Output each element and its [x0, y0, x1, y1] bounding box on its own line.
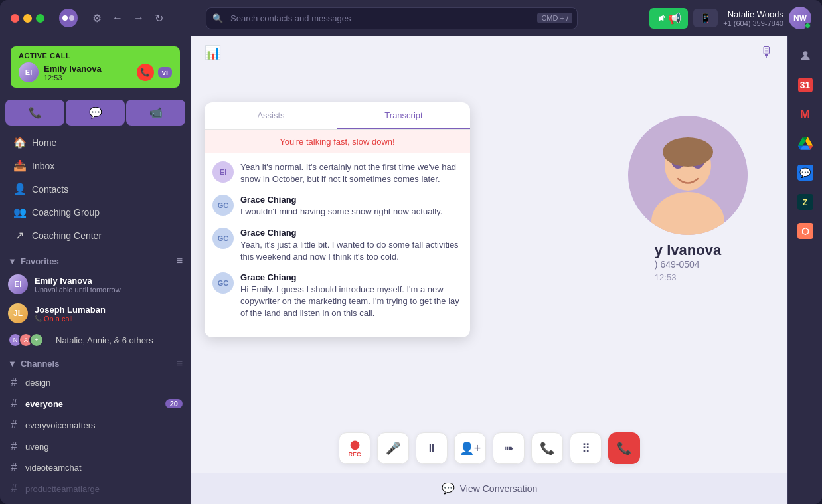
- user-name: Natalie Woods: [723, 9, 783, 19]
- search-shortcut: CMD + /: [537, 13, 572, 23]
- joseph-avatar: JL: [8, 303, 28, 323]
- channel-productteamatlarge-label: productteamatlarge: [25, 484, 183, 494]
- hubspot-sidebar-icon[interactable]: ⬡: [793, 219, 817, 243]
- transcript-message-2: GC Grace Chiang Yeah, it's just a little…: [212, 228, 462, 263]
- nav-inbox-label: Inbox: [32, 161, 54, 171]
- transcript-tabs: Assists Transcript: [205, 102, 470, 130]
- message-button[interactable]: 💬: [66, 100, 125, 126]
- record-button[interactable]: ⬤ REC: [339, 432, 370, 464]
- back-button[interactable]: ←: [110, 9, 125, 27]
- msg-content-3: Grace Chiang Hi Emily. I guess I should …: [240, 272, 462, 320]
- search-input[interactable]: [206, 7, 578, 29]
- add-participant-button[interactable]: 👤+: [454, 432, 486, 464]
- add-participant-icon: 👤+: [459, 441, 481, 456]
- svg-point-2: [69, 15, 74, 21]
- view-conversation-bar[interactable]: 💬 View Conversation: [191, 473, 787, 504]
- nav-coaching-center-label: Coaching Center: [32, 230, 102, 241]
- channel-uveng[interactable]: # uveng: [0, 436, 191, 457]
- tab-transcript[interactable]: Transcript: [337, 102, 470, 129]
- favorite-item-joseph[interactable]: JL Joseph Lumaban 📞 On a call: [0, 299, 191, 328]
- microphone-icon[interactable]: 🎙: [760, 44, 774, 61]
- drive-sidebar-icon[interactable]: [793, 131, 817, 155]
- transfer-icon: ➠: [504, 441, 514, 456]
- calendar-sidebar-icon[interactable]: 31: [793, 73, 817, 97]
- channel-videoteamchat[interactable]: # videoteamchat: [0, 457, 191, 478]
- end-call-button[interactable]: 📞: [608, 432, 640, 464]
- close-button[interactable]: [11, 14, 19, 23]
- nav-coaching-center[interactable]: ↗ Coaching Center: [5, 224, 185, 247]
- more-options-button[interactable]: ⠿: [570, 432, 602, 464]
- msg-text-0: Yeah it's normal. It's certainly not the…: [240, 161, 462, 185]
- msg-text-1: I wouldn't mind having some snow right n…: [240, 206, 462, 218]
- video-call-button[interactable]: 📹: [126, 100, 185, 126]
- announce-button[interactable]: 📢: [649, 8, 688, 29]
- nav-inbox[interactable]: 📥 Inbox: [5, 154, 185, 177]
- msg-text-2: Yeah, it's just a little bit. I wanted t…: [240, 239, 462, 263]
- settings-button[interactable]: ⚙: [90, 9, 104, 27]
- channel-everyvoicematters[interactable]: # everyvoicematters: [0, 414, 191, 436]
- emily-info: Emily Ivanova Unavailable until tomorrow: [35, 276, 183, 294]
- svg-point-0: [59, 9, 78, 27]
- favorites-action-icon[interactable]: ≡: [177, 255, 183, 267]
- view-conversation-label: View Conversation: [460, 483, 537, 494]
- chat-sidebar-icon[interactable]: 💬: [793, 161, 817, 185]
- emily-card: y Ivanova ) 649-0504 12:53: [628, 116, 748, 282]
- favorites-toggle[interactable]: ▼ Favorites: [8, 256, 59, 266]
- channels-action-icon[interactable]: ≡: [177, 357, 183, 369]
- transfer-button[interactable]: ➠: [493, 432, 525, 464]
- favorite-item-emily[interactable]: EI Emily Ivanova Unavailable until tomor…: [0, 270, 191, 299]
- mute-button[interactable]: 🎤: [377, 432, 409, 464]
- minimize-button[interactable]: [23, 14, 32, 23]
- joseph-status: 📞 On a call: [35, 315, 183, 323]
- vi-button[interactable]: vi: [158, 67, 172, 78]
- transcript-overlay: Assists Transcript You're talking fast, …: [205, 102, 470, 337]
- phone-device-button[interactable]: 📱: [693, 9, 718, 27]
- mute-icon: 🎤: [386, 441, 400, 456]
- maximize-button[interactable]: [36, 14, 44, 23]
- nav-controls: ⚙ ← → ↻: [90, 9, 166, 27]
- user-status-indicator: [805, 23, 811, 29]
- joseph-info: Joseph Lumaban 📞 On a call: [35, 305, 183, 323]
- emily-name: Emily Ivanova: [35, 276, 183, 286]
- header-right: 📢 📱 Natalie Woods +1 (604) 359-7840 NW: [649, 7, 811, 29]
- content-area: 📊 🎙 Assists Transcript You're talking fa…: [191, 36, 787, 504]
- zendesk-sidebar-icon[interactable]: Z: [793, 190, 817, 214]
- record-label: REC: [348, 451, 361, 458]
- hangup-button[interactable]: 📞: [137, 64, 154, 81]
- msg-content-0: Yeah it's normal. It's certainly not the…: [240, 161, 462, 185]
- hash-icon: #: [8, 398, 20, 410]
- audio-call-button[interactable]: 📞: [5, 100, 64, 126]
- refresh-button[interactable]: ↻: [152, 9, 166, 27]
- favorite-item-group[interactable]: N A + Natalie, Annie, & 6 others: [0, 328, 191, 352]
- channel-everyone-label: everyone: [25, 399, 160, 409]
- pause-button[interactable]: ⏸: [416, 432, 448, 464]
- coaching-group-icon: 👥: [13, 206, 25, 218]
- channels-toggle[interactable]: ▼ Channels: [8, 359, 59, 369]
- content-topbar: 📊 🎙: [191, 36, 787, 69]
- keypad-button[interactable]: 📞: [531, 432, 563, 464]
- nav-coaching-group[interactable]: 👥 Coaching Group: [5, 201, 185, 224]
- hash-icon: #: [8, 462, 20, 473]
- person-sidebar-icon[interactable]: [793, 44, 817, 68]
- channel-productteamatlarge[interactable]: # productteamatlarge: [0, 478, 191, 499]
- contacts-icon: 👤: [13, 183, 25, 195]
- caller-avatar: EI: [19, 62, 39, 82]
- gmail-sidebar-icon[interactable]: M: [793, 102, 817, 126]
- hash-icon: #: [8, 483, 20, 495]
- channel-everyone[interactable]: # everyone 20: [0, 393, 191, 414]
- caller-info: Emily Ivanova 12:53: [44, 64, 131, 82]
- svg-point-8: [663, 137, 713, 167]
- nav-contacts[interactable]: 👤 Contacts: [5, 177, 185, 201]
- speed-alert-text: You're talking fast, slow down!: [280, 137, 394, 147]
- channel-design[interactable]: # design: [0, 372, 191, 393]
- msg-avatar-1: GC: [212, 195, 234, 216]
- forward-button[interactable]: →: [131, 9, 147, 27]
- msg-content-2: Grace Chiang Yeah, it's just a little bi…: [240, 228, 462, 263]
- favorites-chevron-icon: ▼: [8, 256, 17, 266]
- speed-alert-banner: You're talking fast, slow down!: [205, 130, 470, 153]
- emily-phone: ) 649-0504: [655, 259, 700, 270]
- tab-assists[interactable]: Assists: [205, 102, 337, 129]
- nav-home[interactable]: 🏠 Home: [5, 131, 185, 154]
- msg-avatar-3: GC: [212, 272, 234, 294]
- user-avatar[interactable]: NW: [789, 7, 811, 29]
